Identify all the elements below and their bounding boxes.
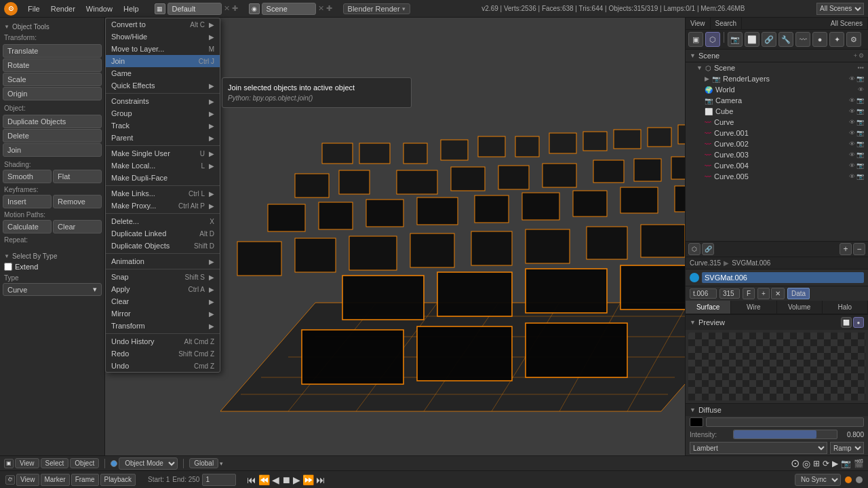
menu-convert-to[interactable]: Convert to Alt C▶ [106, 18, 220, 31]
skip-start-icon[interactable]: ⏮ [247, 474, 256, 485]
breadcrumb-svgmat[interactable]: SVGMat.006 [732, 259, 770, 267]
menu-undo[interactable]: Undo Cmd Z [106, 360, 220, 372]
join-btn[interactable]: Join [3, 143, 102, 157]
material-num-field[interactable] [719, 288, 740, 299]
rotate-btn[interactable]: Rotate [3, 58, 102, 72]
delete-btn[interactable]: Delete [3, 129, 102, 143]
play-icon[interactable]: ▶ [293, 474, 300, 485]
frame-input[interactable] [202, 474, 236, 486]
anim-icon[interactable]: 🎬 [854, 459, 864, 468]
tree-curve004-item[interactable]: 〰 Curve.004 👁 📷 [686, 160, 868, 171]
rpanel-tab-all-scenes[interactable]: All Scenes [826, 18, 868, 29]
menu-mirror[interactable]: Mirror ▶ [106, 307, 220, 320]
menu-undo-history[interactable]: Undo History Alt Cmd Z [106, 335, 220, 348]
tree-cube-item[interactable]: ⬜ Cube 👁 📷 [686, 106, 868, 117]
type-dropdown[interactable]: Curve ▾ [3, 283, 102, 296]
marker-btn[interactable]: Marker [41, 474, 70, 486]
prop-icon-plus[interactable]: + [840, 243, 852, 255]
material-x-btn[interactable]: ✕ [771, 288, 785, 299]
translate-btn[interactable]: Translate [3, 44, 102, 58]
tree-filter-icon[interactable]: ⚙ [859, 52, 864, 59]
uv-icon[interactable]: ⊞ [813, 459, 820, 468]
menu-quick-effects[interactable]: Quick Effects ▶ [106, 79, 220, 92]
tab-wire[interactable]: Wire [731, 301, 776, 314]
view-tl-btn[interactable]: View [16, 474, 39, 486]
preview-section-header[interactable]: ▼ Preview ⬜ ● [686, 314, 868, 330]
rpanel-icon-modifier[interactable]: 🔧 [778, 32, 793, 47]
menu-apply[interactable]: Apply Ctrl A▶ [106, 283, 220, 295]
menu-clear[interactable]: Clear ▶ [106, 295, 220, 307]
prop-icon-2[interactable]: 🔗 [702, 243, 714, 255]
tree-world-eye[interactable]: 👁 [858, 86, 864, 93]
smooth-btn[interactable]: Smooth [3, 170, 52, 183]
timeline-icon[interactable]: ⏱ [5, 475, 15, 485]
tree-c005-eye[interactable]: 👁 [849, 173, 855, 180]
menu-constraints[interactable]: Constraints ▶ [106, 95, 220, 107]
stop-icon[interactable]: ⏹ [281, 474, 291, 485]
insert-btn[interactable]: Insert [3, 195, 52, 208]
global-btn[interactable]: Global [189, 458, 218, 468]
menu-group[interactable]: Group ▶ [106, 107, 220, 119]
preview-type-2[interactable]: ● [853, 317, 864, 328]
tree-curve003-item[interactable]: 〰 Curve.003 👁 📷 [686, 149, 868, 160]
tree-cube-eye[interactable]: 👁 [849, 108, 855, 115]
tree-cam-icon2[interactable]: 📷 [856, 97, 864, 104]
view-icon-bottom[interactable]: ▣ [4, 459, 14, 468]
menu-make-proxy[interactable]: Make Proxy... Ctrl Alt P▶ [106, 200, 220, 212]
tree-c005-cam[interactable]: 📷 [856, 173, 864, 180]
rpanel-icon-particle[interactable]: ✦ [829, 32, 844, 47]
prop-icon-minus[interactable]: − [853, 243, 865, 255]
camera-icon[interactable]: 📷 [841, 459, 851, 468]
menu-delete[interactable]: Delete... X [106, 215, 220, 227]
rpanel-icon-physics[interactable]: ⚙ [846, 32, 861, 47]
material-t-field[interactable] [690, 288, 717, 299]
rpanel-tab-search[interactable]: Search [711, 18, 743, 29]
menu-transform[interactable]: Transform ▶ [106, 320, 220, 332]
extend-checkbox[interactable] [4, 263, 12, 271]
tree-curve002-item[interactable]: 〰 Curve.002 👁 📷 [686, 138, 868, 149]
origin-btn[interactable]: Origin [3, 87, 102, 100]
material-plus-btn[interactable]: + [757, 288, 770, 299]
tree-c003-cam[interactable]: 📷 [856, 151, 864, 158]
material-name[interactable]: SVGMat.006 [702, 272, 864, 283]
shader-select[interactable]: Lambert [690, 442, 827, 454]
tree-c002-cam[interactable]: 📷 [856, 140, 864, 147]
menu-window[interactable]: Window [81, 3, 117, 14]
prev-frame-icon[interactable]: ⏪ [258, 474, 270, 485]
menu-make-links[interactable]: Make Links... Ctrl L▶ [106, 187, 220, 200]
tree-scene-item[interactable]: ▼ ⬡ Scene ••• [686, 62, 868, 73]
menu-move-to-layer[interactable]: Move to Layer... M [106, 43, 220, 55]
rpanel-icon-constraint[interactable]: 🔗 [762, 32, 776, 47]
menu-duplicate-objects[interactable]: Duplicate Objects Shift D [106, 240, 220, 252]
proportional-icon[interactable]: ◎ [802, 458, 810, 469]
ramp-select[interactable]: Ramp [830, 442, 864, 454]
menu-snap[interactable]: Snap Shift S▶ [106, 271, 220, 283]
menu-parent[interactable]: Parent ▶ [106, 132, 220, 144]
menu-make-local[interactable]: Make Local... L▶ [106, 159, 220, 172]
tree-world-item[interactable]: 🌍 World 👁 [686, 84, 868, 95]
intensity-bar[interactable] [733, 430, 837, 439]
preview-type-1[interactable]: ⬜ [841, 317, 852, 328]
menu-make-single-user[interactable]: Make Single User U▶ [106, 147, 220, 159]
remove-btn[interactable]: Remove [53, 195, 102, 208]
transform-icon[interactable]: ⟳ [823, 459, 829, 468]
menu-track[interactable]: Track ▶ [106, 119, 220, 132]
flat-btn[interactable]: Flat [53, 170, 102, 183]
next-frame-icon[interactable]: ⏩ [302, 474, 314, 485]
scene-input[interactable] [262, 3, 316, 15]
tab-halo[interactable]: Halo [823, 301, 868, 314]
view-btn[interactable]: View [15, 458, 39, 468]
tree-curve-cam[interactable]: 📷 [856, 119, 864, 126]
material-color-dot[interactable] [690, 273, 699, 282]
layout-input[interactable] [167, 3, 222, 15]
tab-volume[interactable]: Volume [777, 301, 823, 314]
frame-btn[interactable]: Frame [71, 474, 99, 486]
diffuse-color-swatch[interactable] [690, 417, 703, 427]
rpanel-icon-object[interactable]: ⬜ [745, 32, 760, 47]
tree-scene-options[interactable]: ••• [858, 64, 864, 71]
tree-cube-cam[interactable]: 📷 [856, 108, 864, 115]
tree-c003-eye[interactable]: 👁 [849, 151, 855, 158]
scale-btn[interactable]: Scale [3, 73, 102, 86]
menu-make-dupli-face[interactable]: Make Dupli-Face [106, 172, 220, 184]
material-data-btn[interactable]: Data [787, 288, 810, 299]
